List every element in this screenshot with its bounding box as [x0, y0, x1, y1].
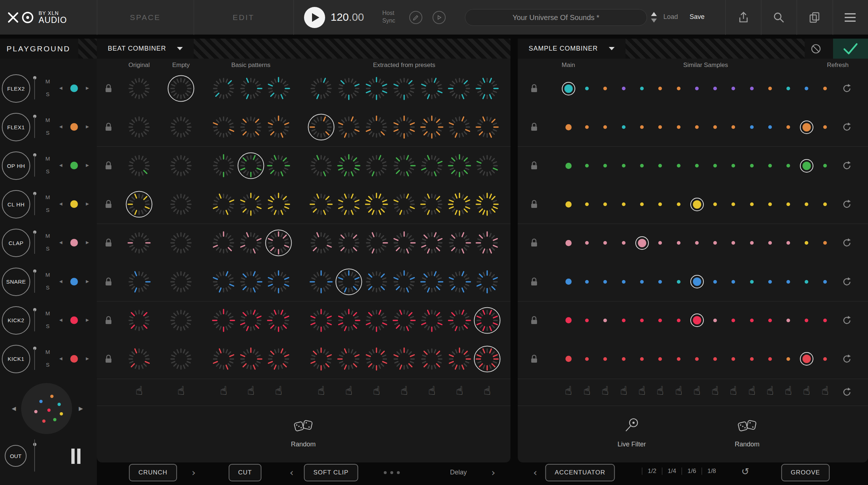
beat-pattern-cell[interactable] [362, 113, 391, 142]
mute-button[interactable]: M [44, 117, 51, 123]
sample-dot[interactable] [731, 280, 735, 284]
sample-dot[interactable] [768, 319, 772, 322]
beat-lock-icon[interactable] [104, 315, 113, 326]
beat-pattern-cell[interactable] [236, 228, 265, 257]
sample-dot[interactable] [695, 241, 699, 245]
sample-dot[interactable] [640, 202, 644, 206]
beat-pattern-cell[interactable] [445, 306, 474, 335]
beat-pattern-cell[interactable] [236, 306, 265, 335]
channel-pad-kick2[interactable]: KICK2 [2, 306, 30, 335]
nudge-hand-icon[interactable]: ☝ [271, 383, 286, 398]
beat-pattern-cell[interactable] [390, 344, 419, 374]
xo-space-pad[interactable] [21, 383, 72, 434]
nudge-hand-icon[interactable]: ☝ [580, 383, 594, 398]
beat-pattern-cell[interactable] [125, 344, 154, 374]
row-refresh-icon[interactable] [841, 237, 853, 249]
nudge-hand-icon[interactable]: ☝ [174, 383, 188, 398]
pause-icon[interactable] [77, 449, 80, 464]
beat-pattern-cell[interactable] [445, 74, 474, 103]
beat-pattern-cell[interactable] [417, 74, 446, 103]
row-refresh-icon[interactable] [841, 160, 853, 171]
channel-pad-clap[interactable]: CLAP [2, 229, 30, 257]
sample-dot[interactable] [750, 357, 754, 361]
sample-dot[interactable] [823, 87, 827, 90]
sample-dot[interactable] [713, 319, 717, 322]
beat-pattern-cell[interactable] [264, 113, 293, 142]
nudge-hand-icon[interactable]: ☝ [369, 383, 384, 398]
sample-dot[interactable] [585, 357, 589, 361]
sample-dot[interactable] [695, 125, 699, 129]
sample-dot[interactable] [768, 125, 772, 129]
sample-dot[interactable] [731, 87, 735, 90]
sample-dot[interactable] [695, 87, 699, 90]
sample-dot[interactable] [603, 202, 607, 206]
sample-dot[interactable] [786, 87, 790, 90]
beat-pattern-cell[interactable] [166, 344, 196, 374]
sample-dot[interactable] [585, 125, 589, 129]
beat-pattern-cell[interactable] [473, 113, 502, 142]
sample-dot[interactable] [693, 200, 701, 209]
sample-dot[interactable] [805, 87, 808, 90]
sample-dot[interactable] [677, 125, 680, 129]
sample-dot[interactable] [713, 87, 717, 90]
sample-dot[interactable] [677, 202, 680, 206]
beat-pattern-cell[interactable] [264, 190, 293, 219]
solo-button[interactable]: S [44, 362, 51, 368]
beat-pattern-cell[interactable] [209, 306, 238, 335]
sample-dot[interactable] [713, 241, 717, 245]
channel-color-dot[interactable] [70, 84, 78, 92]
sample-dot[interactable] [823, 241, 827, 245]
beat-pattern-cell[interactable] [473, 306, 502, 335]
beat-pattern-cell[interactable] [362, 151, 391, 180]
beat-pattern-cell[interactable] [307, 267, 336, 296]
sample-dot[interactable] [823, 280, 827, 284]
out-volume-slider[interactable] [34, 439, 35, 472]
beat-pattern-cell[interactable] [209, 74, 238, 103]
sample-dot[interactable] [658, 164, 662, 167]
sample-dot[interactable] [603, 164, 607, 167]
sample-dot[interactable] [750, 280, 754, 284]
nudge-hand-icon[interactable]: ☝ [763, 383, 777, 398]
main-sample-dot[interactable] [565, 356, 572, 362]
solo-button[interactable]: S [44, 207, 51, 213]
sample-dot[interactable] [786, 164, 790, 167]
nudge-hand-icon[interactable]: ☝ [480, 383, 494, 398]
nudge-hand-icon[interactable]: ☝ [244, 383, 258, 398]
solo-button[interactable]: S [44, 130, 51, 136]
sample-dot[interactable] [622, 319, 626, 322]
sample-dot[interactable] [622, 125, 626, 129]
sample-dot[interactable] [768, 241, 772, 245]
pad-prev-arrow[interactable]: ◂ [9, 403, 18, 413]
channel-color-dot[interactable] [70, 239, 78, 247]
beat-pattern-cell[interactable] [473, 74, 502, 103]
beat-pattern-cell[interactable] [445, 228, 474, 257]
beat-lock-icon[interactable] [104, 199, 113, 209]
beat-pattern-cell[interactable] [166, 151, 196, 180]
beat-pattern-cell[interactable] [264, 306, 293, 335]
beat-lock-icon[interactable] [104, 277, 113, 287]
sample-dot[interactable] [823, 357, 827, 361]
nudge-hand-icon[interactable]: ☝ [690, 383, 704, 398]
sample-dot[interactable] [786, 241, 790, 245]
beat-pattern-cell[interactable] [236, 190, 265, 219]
sample-lock-icon[interactable] [530, 161, 538, 171]
beat-pattern-cell[interactable] [390, 190, 419, 219]
next-sample-arrow[interactable]: ▸ [84, 238, 91, 246]
sample-dot[interactable] [731, 319, 735, 322]
sample-dot[interactable] [640, 164, 644, 167]
sample-dot[interactable] [622, 241, 626, 245]
sample-dot[interactable] [603, 280, 607, 284]
sample-dot[interactable] [640, 87, 644, 90]
sample-dot[interactable] [750, 87, 754, 90]
beat-pattern-cell[interactable] [390, 151, 419, 180]
beat-pattern-cell[interactable] [307, 74, 336, 103]
sample-dot[interactable] [713, 280, 717, 284]
solo-button[interactable]: S [44, 284, 51, 291]
sample-dot[interactable] [677, 319, 680, 322]
sample-dot[interactable] [731, 241, 735, 245]
sample-dot[interactable] [750, 202, 754, 206]
channel-pad-kick1[interactable]: KICK1 [2, 345, 30, 373]
beat-pattern-cell[interactable] [334, 113, 363, 142]
sample-dot[interactable] [713, 164, 717, 167]
beat-pattern-cell[interactable] [390, 228, 419, 257]
